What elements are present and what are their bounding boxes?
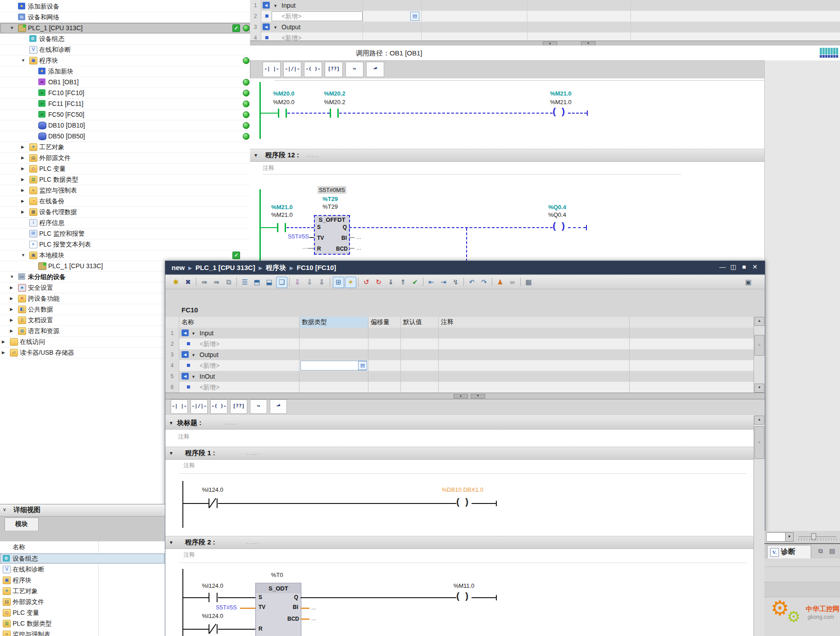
expander-icon[interactable]: ▼ xyxy=(191,353,198,357)
expander-icon[interactable]: ▼ xyxy=(273,4,280,8)
detail-item[interactable]: V在线和诊断 xyxy=(0,564,165,575)
tree-item[interactable]: ▰FC50 [FC50] xyxy=(0,109,250,120)
coil[interactable]: ) xyxy=(562,221,565,231)
detail-item[interactable]: ⚙设备组态 xyxy=(0,553,165,564)
coil[interactable]: ) xyxy=(465,591,468,601)
toolbar-insert-input-icon[interactable]: ⇩ xyxy=(292,277,303,287)
tree-item[interactable]: ✉PLC 监控和报警 xyxy=(0,228,250,239)
expander-icon[interactable]: ▼ xyxy=(21,253,27,257)
block-comment[interactable]: 注释 xyxy=(178,433,190,441)
expander-icon[interactable]: ▶ xyxy=(10,285,16,290)
toolbar-goto-prev-icon[interactable]: ⇤ xyxy=(426,277,436,287)
coil[interactable]: ( xyxy=(553,106,556,116)
tree-item[interactable]: ▼▣本地模块✓ xyxy=(0,250,250,261)
toolbar-monitor-icon[interactable]: ▣ xyxy=(743,277,754,287)
column-header[interactable]: 名称 xyxy=(182,318,194,326)
minimize-button[interactable]: — xyxy=(717,263,728,270)
ladder-tool-button[interactable]: ↪ xyxy=(250,399,267,414)
detail-item[interactable]: ▥PLC 数据类型 xyxy=(0,618,165,629)
bi-value[interactable]: ... xyxy=(311,604,316,611)
collapse-icon[interactable]: ▼ xyxy=(169,540,173,545)
contact[interactable] xyxy=(278,109,279,118)
tree-item[interactable]: ▰FC10 [FC10] xyxy=(0,87,250,99)
collapse-icon[interactable]: ▼ xyxy=(169,421,173,426)
table-ladder-splitter[interactable]: ▲ ▼ xyxy=(165,393,765,399)
table-scrollbar[interactable]: ▲ ≡ ▼ xyxy=(754,317,765,393)
network-comment[interactable]: 注释 xyxy=(183,551,195,559)
scroll-down-button[interactable]: ▼ xyxy=(754,384,764,393)
dock-panel-icon[interactable]: ▤ xyxy=(829,547,835,554)
toolbar-goto-def-icon[interactable]: ⇥ xyxy=(438,277,449,287)
toolbar-download-block-icon[interactable]: ⇓ xyxy=(386,277,396,287)
detail-button[interactable]: ▤ xyxy=(410,12,419,21)
expander-icon[interactable]: ▼ xyxy=(10,26,16,30)
tree-item[interactable]: ▶▥PLC 数据类型 xyxy=(0,174,250,185)
tree-item[interactable]: ▰FC11 [FC11] xyxy=(0,98,250,110)
zoom-slider-track[interactable] xyxy=(799,536,836,537)
tree-item[interactable]: ▶◇PLC 变量 xyxy=(0,163,250,174)
ladder-tool-button[interactable]: -( )- xyxy=(304,62,322,77)
expander-icon[interactable]: ▼ xyxy=(191,331,198,336)
expander-icon[interactable]: ▶ xyxy=(21,210,27,214)
ladder-tool-button[interactable]: ↪ xyxy=(345,62,363,77)
toolbar-undo-error-icon[interactable]: ↺ xyxy=(361,277,372,287)
breadcrumb-item[interactable]: 程序块 xyxy=(266,264,286,271)
interface-row[interactable]: 2<新增>▤ xyxy=(250,11,840,22)
close-button[interactable]: ✕ xyxy=(749,263,760,270)
toolbar-fbd-layout-icon[interactable]: ⇛ xyxy=(199,277,209,287)
toolbar-toggle-comments-icon[interactable]: ❏ xyxy=(276,277,287,288)
zoom-combo-dropdown[interactable]: ▼ xyxy=(785,532,794,542)
coil[interactable]: ( xyxy=(456,591,459,601)
toolbar-network-list-icon[interactable]: ☰ xyxy=(240,277,250,287)
toolbar-snapshot-icon[interactable]: ▦ xyxy=(523,277,534,287)
tree-item[interactable]: i程序信息 xyxy=(0,217,250,229)
tv-value[interactable]: S5T#5S xyxy=(288,233,309,240)
column-header[interactable]: 数据类型 xyxy=(302,318,327,326)
interface-row[interactable]: 1◄▼Input xyxy=(165,328,754,339)
interface-row[interactable]: 6<新增> xyxy=(165,382,754,393)
toolbar-delete-network-icon[interactable]: ✖ xyxy=(183,277,193,287)
window-titlebar[interactable]: new▶PLC_1 [CPU 313C]▶程序块▶FC10 [FC10] —◫■… xyxy=(165,261,765,275)
toolbar-insert-element-icon[interactable]: ⇩ xyxy=(317,277,327,287)
toolbar-lad-layout-icon[interactable]: ⇛ xyxy=(211,277,222,287)
scroll-up-button[interactable]: ▲ xyxy=(754,416,764,425)
zoom-combo[interactable] xyxy=(766,532,786,542)
toolbar-absolute-operands-icon[interactable]: ⊞ xyxy=(333,277,344,288)
ladder-tool-button[interactable]: [??] xyxy=(325,62,343,77)
expander-icon[interactable]: ▶ xyxy=(10,329,16,333)
tree-item[interactable]: V在线和诊断 xyxy=(0,44,250,55)
toolbar-expand-networks-icon[interactable]: ⬒ xyxy=(252,277,262,287)
detail-item[interactable]: ▤外部源文件 xyxy=(0,596,165,607)
ladder-tool-button[interactable]: -| |- xyxy=(171,399,188,414)
tree-item[interactable]: ▶⌗监控与强制表 xyxy=(0,185,250,196)
restore-button[interactable]: ◫ xyxy=(728,263,739,270)
splitter-up-button[interactable]: ▲ xyxy=(454,394,468,398)
expander-icon[interactable]: ▶ xyxy=(2,339,8,344)
expander-icon[interactable]: ▶ xyxy=(21,145,27,149)
network-comment[interactable]: 注释 xyxy=(183,462,195,470)
collapse-icon[interactable]: ▼ xyxy=(169,451,173,456)
toolbar-cross-ref-icon[interactable]: ∞ xyxy=(507,277,518,287)
toolbar-collapse-networks-icon[interactable]: ⬓ xyxy=(264,277,274,287)
ladder-tool-button[interactable]: -|/|- xyxy=(191,399,208,414)
toolbar-upload-block-icon[interactable]: ⇑ xyxy=(398,277,408,287)
bcd-value[interactable]: ... xyxy=(311,615,316,622)
tree-item[interactable]: ▶▤外部源文件 xyxy=(0,152,250,164)
bcd-value[interactable]: ... xyxy=(356,244,361,251)
interface-row[interactable]: 2<新增> xyxy=(165,339,754,350)
tree-item[interactable]: ▶◔在线备份 xyxy=(0,196,250,207)
datatype-edit-cell[interactable] xyxy=(300,361,367,371)
coil[interactable]: ) xyxy=(562,106,565,116)
contact-no[interactable] xyxy=(217,593,218,602)
column-header[interactable]: 默认值 xyxy=(403,318,422,326)
tree-item[interactable]: DB10 [DB10] xyxy=(0,120,250,131)
expander-icon[interactable]: ▶ xyxy=(21,188,27,192)
toolbar-go-offline-icon[interactable]: ↷ xyxy=(479,277,489,287)
r-value[interactable]: ... xyxy=(302,243,307,250)
tree-item[interactable]: ≡PLC 报警文本列表 xyxy=(0,239,250,250)
coil[interactable]: ( xyxy=(456,497,459,507)
toolbar-insert-network-icon[interactable]: ✱ xyxy=(171,277,181,287)
scroll-up-button[interactable]: ▲ xyxy=(754,317,764,326)
expander-icon[interactable]: ▼ xyxy=(273,25,280,30)
ladder-tool-button[interactable]: -( )- xyxy=(210,399,227,414)
